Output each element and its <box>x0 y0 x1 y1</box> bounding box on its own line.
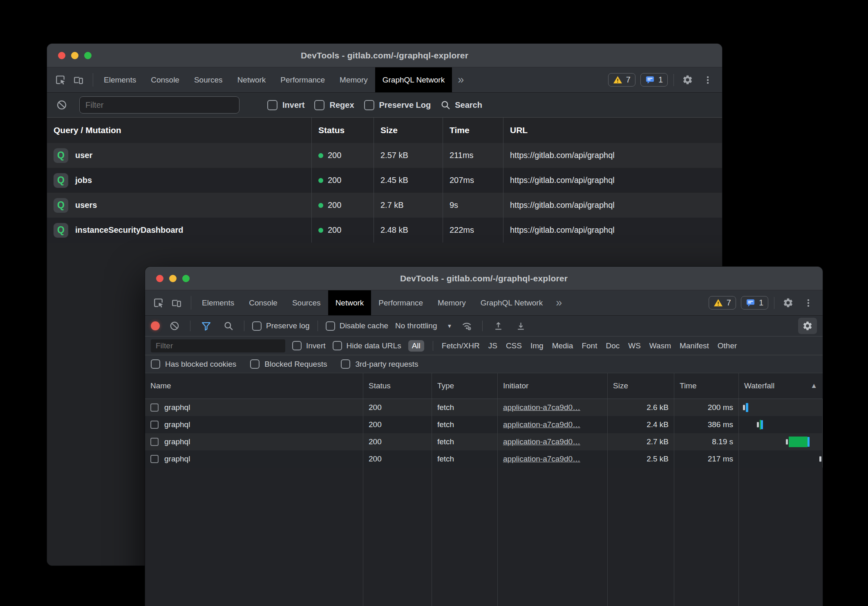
preserve-log-checkbox[interactable]: Preserve log <box>252 321 310 331</box>
table-row[interactable]: graphql 200 fetch application-a7ca9d0… 2… <box>145 399 823 416</box>
type-filter-all[interactable]: All <box>408 340 424 352</box>
tab-sources[interactable]: Sources <box>285 290 328 315</box>
warnings-badge[interactable]: 7 <box>608 73 635 87</box>
type-filter-doc[interactable]: Doc <box>606 341 620 350</box>
tab-network[interactable]: Network <box>328 290 371 315</box>
preserve-log-checkbox[interactable]: Preserve Log <box>364 100 431 110</box>
block-icon[interactable] <box>167 318 182 334</box>
row-checkbox[interactable] <box>150 421 159 429</box>
issues-badge[interactable]: 1 <box>741 296 768 310</box>
tab-performance[interactable]: Performance <box>273 67 332 92</box>
network-conditions-icon[interactable] <box>459 318 474 334</box>
initiator-link[interactable]: application-a7ca9d0… <box>503 454 580 463</box>
chevron-more-icon[interactable]: » <box>452 67 470 92</box>
hide-data-urls-checkbox[interactable]: Hide data URLs <box>333 341 401 350</box>
regex-checkbox[interactable]: Regex <box>314 100 354 110</box>
type-filter-js[interactable]: JS <box>488 341 497 350</box>
titlebar[interactable]: DevTools - gitlab.com/-/graphql-explorer <box>47 44 722 67</box>
type-filter-media[interactable]: Media <box>552 341 573 350</box>
export-icon[interactable] <box>513 318 528 334</box>
invert-checkbox[interactable]: Invert <box>267 100 304 110</box>
type-filter-css[interactable]: CSS <box>506 341 522 350</box>
minimize-button[interactable] <box>71 52 78 59</box>
type-filter-manifest[interactable]: Manifest <box>680 341 709 350</box>
column-initiator[interactable]: Initiator <box>498 373 608 399</box>
inspect-icon[interactable] <box>151 295 166 311</box>
row-checkbox[interactable] <box>150 438 159 446</box>
table-row[interactable]: graphql 200 fetch application-a7ca9d0… 2… <box>145 416 823 433</box>
initiator-link[interactable]: application-a7ca9d0… <box>503 403 580 412</box>
network-settings-button[interactable] <box>798 318 817 334</box>
initiator-link[interactable]: application-a7ca9d0… <box>503 437 580 446</box>
table-row[interactable]: graphql 200 fetch application-a7ca9d0… 2… <box>145 450 823 468</box>
funnel-icon[interactable] <box>198 318 214 334</box>
column-status[interactable]: Status <box>363 373 432 399</box>
tab-console[interactable]: Console <box>143 67 187 92</box>
throttling-select[interactable]: No throttling ▼ <box>395 321 452 330</box>
close-button[interactable] <box>156 275 163 282</box>
table-row[interactable]: graphql 200 fetch application-a7ca9d0… 2… <box>145 433 823 450</box>
filter-input[interactable] <box>151 339 285 352</box>
type-filter-font[interactable]: Font <box>582 341 597 350</box>
table-row[interactable]: Qjobs 200 2.45 kB 207ms https://gitlab.c… <box>47 168 722 193</box>
block-icon[interactable] <box>54 97 69 113</box>
tab-memory[interactable]: Memory <box>430 290 473 315</box>
column-size[interactable]: Size <box>608 373 674 399</box>
import-icon[interactable] <box>490 318 506 334</box>
column-name[interactable]: Name <box>145 373 363 399</box>
filter-input[interactable] <box>79 96 239 114</box>
tab-sources[interactable]: Sources <box>187 67 230 92</box>
close-button[interactable] <box>58 52 65 59</box>
gear-icon[interactable] <box>780 295 796 311</box>
row-checkbox[interactable] <box>150 455 159 463</box>
blocked-requests-checkbox[interactable]: Blocked Requests <box>250 359 327 369</box>
issues-badge[interactable]: 1 <box>640 73 668 87</box>
column-divider[interactable] <box>432 468 432 606</box>
titlebar[interactable]: DevTools - gitlab.com/-/graphql-explorer <box>145 267 823 290</box>
initiator-link[interactable]: application-a7ca9d0… <box>503 420 580 429</box>
invert-checkbox[interactable]: Invert <box>292 341 326 350</box>
tab-elements[interactable]: Elements <box>96 67 143 92</box>
device-toolbar-icon[interactable] <box>169 295 184 311</box>
record-icon[interactable] <box>151 321 160 330</box>
column-divider[interactable] <box>363 468 363 606</box>
third-party-requests-checkbox[interactable]: 3rd-party requests <box>341 359 418 369</box>
type-filter-img[interactable]: Img <box>530 341 544 350</box>
tab-console[interactable]: Console <box>242 290 285 315</box>
table-row[interactable]: Quser 200 2.57 kB 211ms https://gitlab.c… <box>47 143 722 168</box>
gear-icon[interactable] <box>680 72 695 88</box>
column-waterfall[interactable]: Waterfall ▲ <box>739 373 823 399</box>
column-divider[interactable] <box>674 468 674 606</box>
disable-cache-checkbox[interactable]: Disable cache <box>326 321 388 331</box>
minimize-button[interactable] <box>169 275 177 282</box>
tab-memory[interactable]: Memory <box>332 67 375 92</box>
column-divider[interactable] <box>607 468 608 606</box>
search-button[interactable]: Search <box>441 100 482 110</box>
tab-performance[interactable]: Performance <box>371 290 430 315</box>
table-row[interactable]: QinstanceSecurityDashboard 200 2.48 kB 2… <box>47 218 722 243</box>
column-time[interactable]: Time <box>674 373 739 399</box>
kebab-icon[interactable] <box>700 72 716 88</box>
row-checkbox[interactable] <box>150 403 159 412</box>
table-row[interactable]: Qusers 200 2.7 kB 9s https://gitlab.com/… <box>47 193 722 218</box>
type-filter-ws[interactable]: WS <box>628 341 641 350</box>
tab-elements[interactable]: Elements <box>195 290 242 315</box>
tab-graphql-network[interactable]: GraphQL Network <box>473 290 550 315</box>
type-filter-other[interactable]: Other <box>718 341 737 350</box>
warnings-badge[interactable]: 7 <box>709 296 736 310</box>
column-type[interactable]: Type <box>432 373 498 399</box>
column-divider[interactable] <box>738 468 739 606</box>
device-toolbar-icon[interactable] <box>71 72 86 88</box>
type-filter-wasm[interactable]: Wasm <box>649 341 671 350</box>
column-divider[interactable] <box>497 468 498 606</box>
inspect-icon[interactable] <box>53 72 68 88</box>
tab-network[interactable]: Network <box>230 67 273 92</box>
zoom-button[interactable] <box>182 275 190 282</box>
has-blocked-cookies-checkbox[interactable]: Has blocked cookies <box>151 359 236 369</box>
type-filter-fetch-xhr[interactable]: Fetch/XHR <box>442 341 480 350</box>
chevron-more-icon[interactable]: » <box>550 290 568 315</box>
zoom-button[interactable] <box>84 52 92 59</box>
tab-graphql-network[interactable]: GraphQL Network <box>375 67 452 92</box>
search-icon[interactable] <box>221 318 236 334</box>
kebab-icon[interactable] <box>801 295 816 311</box>
